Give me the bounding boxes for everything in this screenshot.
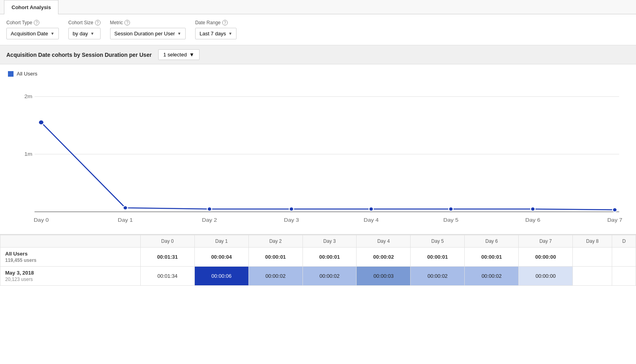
legend-color-box	[8, 71, 14, 77]
table-cell: 00:01:31	[140, 248, 194, 267]
cohort-size-group: Cohort Size ? by day ▼	[68, 20, 101, 39]
table-header-day3: Day 3	[302, 235, 357, 248]
legend-label: All Users	[17, 71, 37, 77]
section-title: Acquisition Date cohorts by Session Dura…	[6, 52, 152, 58]
table-header-day0: Day 0	[140, 235, 194, 248]
svg-point-14	[123, 206, 128, 210]
data-table-wrapper: Day 0 Day 1 Day 2 Day 3 Day 4 Day 5 Day …	[0, 234, 636, 286]
svg-text:Day 1: Day 1	[118, 217, 133, 223]
table-row: May 3, 201820,123 users00:01:3400:00:060…	[0, 267, 636, 286]
table-header-day7: Day 7	[519, 235, 573, 248]
cohort-type-dropdown[interactable]: Acquisition Date ▼	[6, 28, 59, 39]
table-cell: 00:00:01	[302, 248, 357, 267]
date-range-help-icon[interactable]: ?	[222, 20, 228, 25]
table-cell	[612, 267, 636, 286]
svg-text:Day 0: Day 0	[34, 217, 49, 223]
cohort-type-label: Cohort Type	[6, 20, 32, 25]
table-cell: 00:00:00	[519, 248, 573, 267]
table-header-day1: Day 1	[194, 235, 248, 248]
table-header-name	[0, 235, 141, 248]
cohort-data-table: Day 0 Day 1 Day 2 Day 3 Day 4 Day 5 Day …	[0, 235, 636, 286]
table-cell: 00:00:02	[302, 267, 357, 286]
tab-bar: Cohort Analysis	[0, 0, 636, 14]
table-cell	[573, 267, 612, 286]
svg-point-15	[207, 207, 211, 211]
chart-legend: All Users	[8, 71, 628, 77]
svg-point-16	[289, 207, 294, 211]
section-header: Acquisition Date cohorts by Session Dura…	[0, 45, 636, 64]
line-chart: 2m 1m Day 0 Day 1 Day 2 Day 3 Day 4 Day …	[8, 81, 628, 228]
table-header-row: Day 0 Day 1 Day 2 Day 3 Day 4 Day 5 Day …	[0, 235, 636, 248]
table-header-day2: Day 2	[248, 235, 302, 248]
table-header-day8: Day 8	[573, 235, 612, 248]
table-cell: 00:00:00	[519, 267, 573, 286]
table-header-day4: Day 4	[357, 235, 411, 248]
selected-arrow-icon: ▼	[189, 52, 194, 58]
table-cell: 00:00:01	[411, 248, 465, 267]
table-header-day5: Day 5	[411, 235, 465, 248]
table-cell: 00:00:02	[357, 248, 411, 267]
svg-point-17	[369, 207, 373, 211]
metric-dropdown[interactable]: Session Duration per User ▼	[110, 28, 186, 39]
table-cell: 00:00:01	[248, 248, 302, 267]
date-range-dropdown[interactable]: Last 7 days ▼	[195, 28, 237, 39]
svg-text:Day 5: Day 5	[443, 217, 458, 223]
svg-point-19	[531, 207, 535, 211]
table-cell	[612, 248, 636, 267]
svg-point-18	[449, 207, 453, 211]
table-cell: 00:00:04	[194, 248, 248, 267]
svg-text:Day 2: Day 2	[202, 217, 217, 223]
cohort-type-group: Cohort Type ? Acquisition Date ▼	[6, 20, 59, 39]
table-cell	[573, 248, 612, 267]
cohort-size-label: Cohort Size	[68, 20, 93, 25]
svg-text:Day 3: Day 3	[284, 217, 299, 223]
table-row: All Users119,455 users00:01:3100:00:0400…	[0, 248, 636, 267]
chart-container: 2m 1m Day 0 Day 1 Day 2 Day 3 Day 4 Day …	[8, 81, 628, 228]
table-header-d: D	[612, 235, 636, 248]
row-label: May 3, 201820,123 users	[0, 267, 141, 286]
table-cell: 00:00:01	[465, 248, 519, 267]
controls-bar: Cohort Type ? Acquisition Date ▼ Cohort …	[0, 14, 636, 45]
svg-text:Day 4: Day 4	[364, 217, 379, 223]
table-cell: 00:00:06	[194, 267, 248, 286]
table-cell: 00:00:02	[411, 267, 465, 286]
svg-text:1m: 1m	[24, 151, 32, 157]
date-range-label: Date Range	[195, 20, 221, 25]
cohort-size-arrow-icon: ▼	[90, 31, 94, 36]
svg-point-13	[39, 120, 44, 125]
table-cell: 00:00:02	[465, 267, 519, 286]
date-range-group: Date Range ? Last 7 days ▼	[195, 20, 237, 39]
table-cell: 00:00:03	[357, 267, 411, 286]
svg-text:2m: 2m	[24, 94, 32, 99]
cohort-size-help-icon[interactable]: ?	[95, 20, 101, 25]
metric-label: Metric	[110, 20, 123, 25]
cohort-type-arrow-icon: ▼	[50, 31, 54, 36]
cohort-type-help-icon[interactable]: ?	[34, 20, 39, 25]
table-header-day6: Day 6	[465, 235, 519, 248]
cohort-size-dropdown[interactable]: by day ▼	[68, 28, 101, 39]
metric-arrow-icon: ▼	[177, 31, 181, 36]
date-range-arrow-icon: ▼	[228, 31, 232, 36]
cohort-analysis-tab[interactable]: Cohort Analysis	[4, 0, 58, 14]
table-cell: 00:00:02	[248, 267, 302, 286]
row-label: All Users119,455 users	[0, 248, 141, 267]
chart-area: All Users 2m 1m Day 0 Day 1 Day 2 Day 3 …	[0, 64, 636, 234]
table-cell: 00:01:34	[140, 267, 194, 286]
selected-button[interactable]: 1 selected ▼	[158, 49, 200, 60]
svg-text:Day 7: Day 7	[607, 217, 622, 223]
metric-help-icon[interactable]: ?	[124, 20, 130, 25]
metric-group: Metric ? Session Duration per User ▼	[110, 20, 186, 39]
svg-point-20	[613, 208, 617, 212]
svg-text:Day 6: Day 6	[525, 217, 541, 223]
